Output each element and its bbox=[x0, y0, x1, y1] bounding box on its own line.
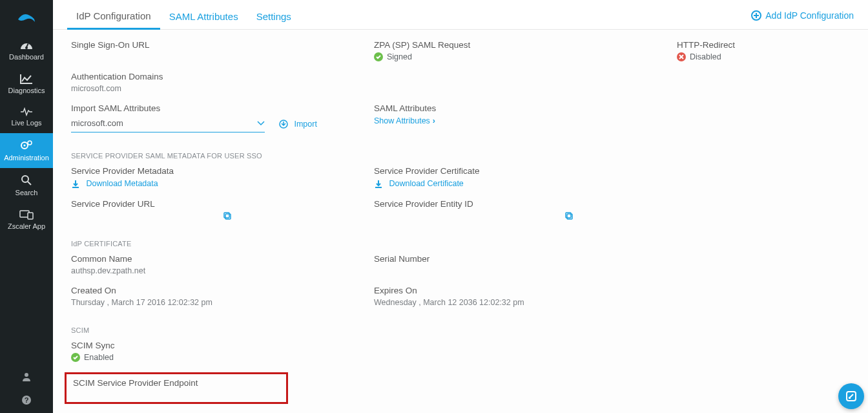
auth-domains-value: microsoft.com bbox=[71, 84, 374, 93]
sidebar-item-label: Administration bbox=[4, 154, 49, 162]
pulse-icon bbox=[20, 107, 33, 116]
common-name-value: authsp.dev.zpath.net bbox=[71, 266, 374, 275]
top-tabs: IdP Configuration SAML Attributes Settin… bbox=[53, 0, 868, 30]
saml-request-label: ZPA (SP) SAML Request bbox=[374, 40, 677, 50]
expires-on-value: Wednesday , March 12 2036 12:02:32 pm bbox=[374, 298, 677, 307]
scim-header: SCIM bbox=[71, 326, 851, 334]
tab-settings[interactable]: Settings bbox=[247, 7, 300, 28]
sidebar-item-diagnostics[interactable]: Diagnostics bbox=[0, 67, 53, 101]
user-icon bbox=[21, 372, 32, 382]
sp-metadata-label: Service Provider Metadata bbox=[71, 166, 374, 176]
help-icon: ? bbox=[21, 395, 32, 405]
sidebar-item-label: Zscaler App bbox=[8, 222, 45, 230]
devices-icon bbox=[19, 209, 34, 220]
download-cert-text: Download Certificate bbox=[389, 179, 463, 188]
common-name-label: Common Name bbox=[71, 254, 374, 264]
import-select-value: microsoft.com bbox=[71, 118, 123, 128]
import-action-label: Import bbox=[294, 120, 316, 129]
svg-rect-8 bbox=[28, 213, 33, 219]
download-metadata-text: Download Metadata bbox=[86, 179, 158, 188]
feedback-icon bbox=[845, 390, 858, 403]
copy-sp-url-button[interactable] bbox=[223, 211, 232, 220]
svg-rect-20 bbox=[567, 214, 572, 219]
tab-saml-attributes[interactable]: SAML Attributes bbox=[160, 7, 247, 28]
feedback-fab-button[interactable] bbox=[838, 383, 864, 409]
http-redirect-status: Disabled bbox=[690, 52, 721, 61]
download-icon bbox=[374, 180, 383, 189]
sp-cert-label: Service Provider Certificate bbox=[374, 166, 677, 176]
svg-point-3 bbox=[24, 145, 26, 147]
add-idp-configuration-button[interactable]: Add IdP Configuration bbox=[751, 10, 854, 26]
chart-icon bbox=[20, 74, 33, 84]
sidebar-item-zscaler-app[interactable]: Zscaler App bbox=[0, 203, 53, 237]
import-saml-label: Import SAML Attributes bbox=[71, 103, 374, 113]
expires-on-label: Expires On bbox=[374, 286, 677, 295]
check-circle-icon bbox=[71, 353, 80, 362]
chevron-down-icon bbox=[257, 121, 265, 126]
download-metadata-link[interactable]: Download Metadata bbox=[71, 179, 158, 188]
sp-url-label: Service Provider URL bbox=[71, 199, 374, 209]
copy-sp-entity-button[interactable] bbox=[564, 211, 574, 220]
sp-section-header: SERVICE PROVIDER SAML METADATA FOR USER … bbox=[71, 152, 851, 160]
sso-url-label: Single Sign-On URL bbox=[71, 40, 374, 50]
sidebar-item-search[interactable]: Search bbox=[0, 168, 53, 203]
sidebar-item-dashboard[interactable]: Dashboard bbox=[0, 34, 53, 67]
scim-endpoint-label: SCIM Service Provider Endpoint bbox=[73, 378, 280, 388]
gears-icon bbox=[19, 140, 34, 151]
gauge-icon bbox=[19, 40, 34, 50]
saml-attributes-label: SAML Attributes bbox=[374, 103, 677, 113]
download-certificate-link[interactable]: Download Certificate bbox=[374, 179, 464, 188]
show-attributes-text: Show Attributes bbox=[374, 116, 430, 125]
svg-point-9 bbox=[25, 373, 28, 377]
sidebar: Dashboard Diagnostics Live Logs Administ… bbox=[0, 0, 53, 413]
content-scroll[interactable]: Single Sign-On URL ZPA (SP) SAML Request… bbox=[53, 30, 868, 413]
sidebar-item-help[interactable]: ? bbox=[0, 390, 53, 413]
scim-sync-status: Enabled bbox=[84, 353, 114, 362]
svg-point-5 bbox=[22, 176, 28, 182]
serial-number-label: Serial Number bbox=[374, 254, 677, 264]
x-circle-icon bbox=[677, 52, 686, 61]
svg-rect-19 bbox=[224, 213, 229, 218]
zscaler-logo-icon bbox=[16, 10, 37, 25]
plus-circle-icon bbox=[751, 10, 761, 21]
saml-request-status: Signed bbox=[387, 52, 412, 61]
svg-text:?: ? bbox=[25, 396, 29, 404]
chevron-right-icon: › bbox=[433, 116, 435, 125]
search-icon bbox=[21, 175, 32, 186]
sp-entity-label: Service Provider Entity ID bbox=[374, 199, 677, 209]
svg-rect-18 bbox=[225, 214, 231, 219]
scim-sync-label: SCIM Sync bbox=[71, 341, 851, 350]
main-panel: IdP Configuration SAML Attributes Settin… bbox=[53, 0, 868, 413]
svg-rect-21 bbox=[566, 213, 571, 218]
created-on-label: Created On bbox=[71, 286, 374, 295]
idp-cert-header: IdP CERTIFICATE bbox=[71, 240, 851, 248]
check-circle-icon bbox=[374, 52, 383, 61]
sidebar-item-user[interactable] bbox=[0, 366, 53, 390]
auth-domains-label: Authentication Domains bbox=[71, 72, 374, 81]
import-arrow-icon bbox=[279, 120, 288, 129]
created-on-value: Thursday , March 17 2016 12:02:32 pm bbox=[71, 298, 374, 307]
sidebar-item-label: Live Logs bbox=[11, 119, 41, 127]
sidebar-item-label: Dashboard bbox=[9, 53, 44, 61]
import-button[interactable]: Import bbox=[279, 120, 317, 129]
add-idp-label: Add IdP Configuration bbox=[765, 10, 854, 21]
download-icon bbox=[71, 180, 80, 189]
sidebar-item-administration[interactable]: Administration bbox=[0, 133, 53, 168]
http-redirect-label: HTTP-Redirect bbox=[677, 40, 851, 50]
import-domain-select[interactable]: microsoft.com bbox=[71, 116, 265, 132]
sidebar-item-live-logs[interactable]: Live Logs bbox=[0, 101, 53, 133]
sidebar-item-label: Diagnostics bbox=[8, 87, 45, 94]
sidebar-item-label: Search bbox=[16, 189, 38, 196]
svg-line-6 bbox=[28, 182, 31, 185]
scim-endpoint-highlight: SCIM Service Provider Endpoint bbox=[65, 372, 288, 404]
svg-point-4 bbox=[28, 141, 32, 145]
show-attributes-link[interactable]: Show Attributes › bbox=[374, 116, 435, 125]
tab-idp-configuration[interactable]: IdP Configuration bbox=[67, 6, 160, 30]
